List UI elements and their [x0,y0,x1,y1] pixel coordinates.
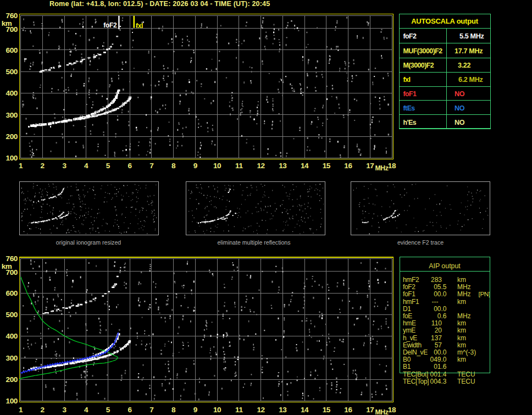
svg-text:NO: NO [455,90,465,98]
svg-text:AUTOSCALA output: AUTOSCALA output [411,17,479,25]
svg-text:km: km [457,327,466,334]
svg-text:18: 18 [388,406,396,414]
svg-text:9: 9 [193,406,198,414]
svg-text:3: 3 [62,162,66,170]
svg-text:TEC[Bot]: TEC[Bot] [403,370,428,378]
svg-text:hmF1: hmF1 [403,298,419,306]
svg-text:km: km [457,334,466,342]
svg-text:400: 400 [6,332,18,340]
svg-text:283: 283 [431,276,442,284]
svg-text:16: 16 [344,162,352,170]
svg-text:12: 12 [257,162,265,170]
svg-text:500: 500 [6,68,18,76]
svg-text:14: 14 [301,406,309,414]
svg-text:AIP output: AIP output [429,262,461,270]
svg-text:200: 200 [6,375,18,384]
svg-text:760: 760 [6,254,18,263]
svg-text:km: km [457,341,466,349]
svg-text:NO: NO [455,104,465,112]
svg-text:760: 760 [6,12,18,20]
svg-text:m^(-3): m^(-3) [457,348,476,356]
svg-text:[PN]: [PN] [479,290,490,298]
svg-text:100: 100 [6,154,18,162]
svg-text:7: 7 [149,406,153,414]
svg-text:ymE: ymE [403,327,415,334]
svg-text:foF1: foF1 [403,290,415,298]
svg-text:km: km [457,356,466,363]
svg-text:13: 13 [279,406,287,414]
svg-text:km: km [457,298,466,306]
svg-text:TECU: TECU [457,370,475,378]
svg-text:foF2: foF2 [403,32,417,40]
svg-text:fxI: fxI [403,76,411,84]
svg-text:100: 100 [6,397,18,405]
svg-text:4: 4 [84,162,88,170]
svg-text:300: 300 [6,354,18,362]
svg-text:004.3: 004.3 [430,378,446,385]
svg-text:700: 700 [6,268,18,276]
svg-text:0.6: 0.6 [437,312,447,320]
svg-text:10: 10 [213,162,221,170]
svg-text:00.0: 00.0 [434,290,447,298]
svg-text:600: 600 [6,289,18,297]
svg-text:Rome (lat: +41.8, lon: 012.5): Rome (lat: +41.8, lon: 012.5) - DATE: 20… [49,0,270,8]
svg-text:Ewidth: Ewidth [403,341,422,349]
svg-text:600: 600 [6,46,18,54]
svg-text:20: 20 [435,327,442,334]
svg-text:hmF2: hmF2 [403,276,419,284]
svg-text:fxI: fxI [136,22,143,30]
svg-text:18: 18 [388,162,396,170]
svg-text:---: --- [432,298,439,306]
svg-text:14: 14 [301,162,309,170]
svg-text:11: 11 [235,406,243,414]
svg-text:17.7 MHz: 17.7 MHz [455,47,483,55]
svg-text:16: 16 [344,406,352,414]
svg-text:7: 7 [149,162,153,170]
svg-text:5: 5 [106,162,110,170]
svg-text:5.5 MHz: 5.5 MHz [459,32,484,40]
svg-text:200: 200 [6,132,18,141]
svg-text:2: 2 [41,406,45,414]
svg-text:6: 6 [128,406,132,414]
svg-text:foE: foE [403,312,412,320]
svg-text:MHz: MHz [457,290,471,298]
svg-text:700: 700 [6,25,18,34]
svg-text:17: 17 [366,162,374,170]
svg-text:4: 4 [84,406,88,414]
svg-text:h'Es: h'Es [403,119,417,126]
svg-text:foF1: foF1 [403,90,417,98]
svg-text:NO: NO [455,119,465,126]
svg-text:1: 1 [19,406,23,414]
svg-text:137: 137 [431,334,442,342]
svg-text:eliminate multiple reflections: eliminate multiple reflections [217,239,290,246]
svg-text:1: 1 [19,162,23,170]
svg-text:3.22: 3.22 [458,62,470,69]
svg-text:DelN_vE: DelN_vE [403,348,428,356]
svg-text:MUF(3000)F2: MUF(3000)F2 [403,47,443,55]
svg-text:B0: B0 [403,356,411,363]
svg-text:15: 15 [323,162,331,170]
svg-text:01.6: 01.6 [434,363,447,370]
svg-text:MHz: MHz [375,164,389,172]
svg-text:00.0: 00.0 [434,305,447,313]
svg-text:001.4: 001.4 [430,370,446,378]
svg-text:5: 5 [106,406,110,414]
svg-text:17: 17 [366,406,374,414]
svg-text:049.0: 049.0 [430,356,446,363]
svg-text:05.5: 05.5 [434,283,447,291]
svg-text:300: 300 [6,111,18,119]
svg-text:15: 15 [323,406,331,414]
svg-text:TEC[Top]: TEC[Top] [403,378,429,385]
svg-text:B1: B1 [403,363,411,370]
svg-text:MHz: MHz [457,312,471,320]
svg-text:h_vE: h_vE [403,334,417,342]
svg-text:13: 13 [279,162,287,170]
svg-text:M(3000)F2: M(3000)F2 [403,62,434,69]
svg-text:foF2: foF2 [103,21,117,29]
svg-text:original ionogram resized: original ionogram resized [56,239,121,246]
svg-text:2: 2 [41,162,45,170]
svg-text:10: 10 [213,406,221,414]
svg-text:MHz: MHz [457,283,471,291]
svg-text:km: km [457,319,466,327]
svg-text:8: 8 [171,162,176,170]
